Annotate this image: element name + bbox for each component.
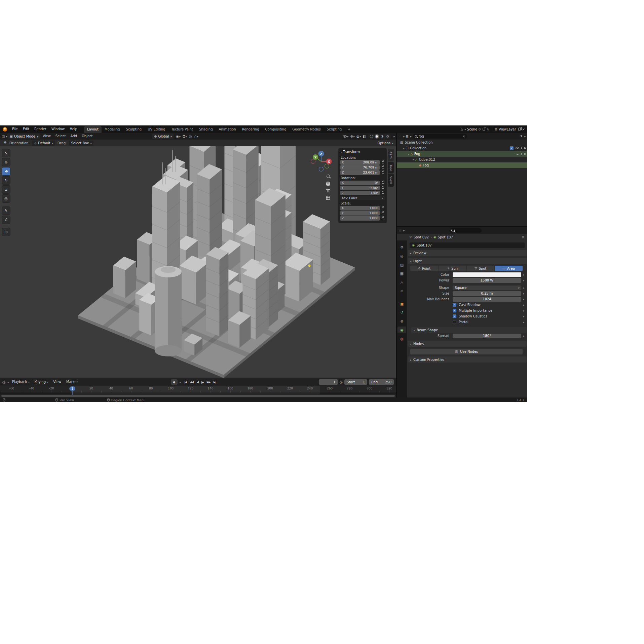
pan-hand-icon[interactable] <box>326 182 330 186</box>
menu-help[interactable]: Help <box>67 126 80 132</box>
hidden-eye-icon[interactable] <box>516 153 519 155</box>
lock-icon[interactable] <box>382 182 384 184</box>
scene-browse-icon[interactable] <box>464 127 466 131</box>
timeline-scrollbar[interactable] <box>1 395 395 397</box>
workspace-tab-rendering[interactable]: Rendering <box>239 126 262 133</box>
overlays-dropdown[interactable]: ◒ <box>356 135 361 138</box>
remove-view-layer-icon[interactable] <box>522 127 525 131</box>
animate-dot[interactable] <box>521 298 526 300</box>
color-swatch[interactable] <box>453 272 521 277</box>
use-nodes-button[interactable]: Use Nodes <box>410 349 523 354</box>
rotation-mode-select[interactable]: XYZ Euler <box>340 196 385 200</box>
shading-solid-icon[interactable]: ● <box>375 134 379 139</box>
size-field[interactable]: 0.25 m <box>453 291 521 296</box>
proportional-edit-icon[interactable]: ◎ <box>189 135 192 138</box>
new-view-layer-icon[interactable] <box>518 128 521 130</box>
shape-select[interactable]: Square <box>453 286 521 290</box>
scene-name[interactable]: Scene <box>467 127 478 131</box>
outliner-row-fog-data[interactable]: Fog <box>397 162 527 168</box>
cast-shadow-checkbox[interactable] <box>453 303 456 307</box>
animate-dot[interactable] <box>521 293 526 295</box>
menu-select[interactable]: Select <box>53 134 68 139</box>
menu-timeline-view[interactable]: View <box>51 379 63 385</box>
use-preview-range-icon[interactable] <box>339 380 343 384</box>
disable-in-render-icon[interactable] <box>521 153 525 155</box>
gizmo-neg-x[interactable] <box>311 159 315 164</box>
spread-field[interactable]: 180° <box>453 334 521 338</box>
shading-wireframe-icon[interactable]: ◯ <box>369 134 374 139</box>
rotation-y-field[interactable]: Y9.84° <box>340 186 380 190</box>
location-y-field[interactable]: Y76.709 m <box>340 165 380 170</box>
select-box-tool[interactable]: ↖ <box>2 149 10 157</box>
light-type-spot[interactable]: Spot <box>467 266 495 271</box>
nodes-panel-header[interactable]: Nodes <box>408 341 527 347</box>
workspace-tab-shading[interactable]: Shading <box>196 126 216 133</box>
animate-dot[interactable] <box>521 321 526 323</box>
tab-material[interactable] <box>397 335 406 342</box>
animate-dot[interactable] <box>521 279 526 281</box>
workspace-tab-texture-paint[interactable]: Texture Paint <box>168 126 196 133</box>
previous-keyframe-button[interactable] <box>190 380 193 384</box>
custom-properties-panel-header[interactable]: Custom Properties <box>408 356 527 363</box>
id-name-field[interactable]: Spot.107 <box>410 242 525 248</box>
scale-z-field[interactable]: Z1.000 <box>340 216 380 221</box>
animate-dot[interactable] <box>521 304 526 306</box>
tab-output[interactable] <box>397 261 406 268</box>
timeline-editor-icon[interactable] <box>2 380 6 384</box>
animate-dot[interactable] <box>521 287 526 289</box>
sidebar-tab-tool[interactable]: Tool <box>388 162 394 173</box>
outliner-options-icon[interactable] <box>524 135 525 138</box>
lock-icon[interactable] <box>382 217 384 219</box>
frame-start-field[interactable]: Start1 <box>344 379 367 385</box>
lock-icon[interactable] <box>382 161 384 163</box>
light-type-area[interactable]: Area <box>495 266 523 271</box>
auto-keying-button[interactable] <box>171 379 178 385</box>
power-field[interactable]: 1500 W <box>453 278 521 283</box>
tab-object-data[interactable] <box>397 327 406 333</box>
multiple-importance-checkbox[interactable] <box>453 309 456 312</box>
disable-in-render-icon[interactable] <box>521 147 525 149</box>
gizmo-neg-z[interactable] <box>319 167 324 172</box>
shading-dropdown[interactable] <box>393 135 394 138</box>
tab-world[interactable] <box>397 288 406 294</box>
add-workspace-button[interactable]: + <box>345 126 353 133</box>
tab-physics[interactable] <box>397 309 406 316</box>
tab-view-layer[interactable] <box>397 270 406 277</box>
menu-render[interactable]: Render <box>32 126 49 132</box>
cursor-tool[interactable]: ⊕ <box>2 158 10 166</box>
current-frame-field[interactable]: 1 <box>319 379 338 385</box>
lock-icon[interactable] <box>382 207 384 209</box>
tab-tool[interactable] <box>397 244 406 251</box>
pin-scene-icon[interactable] <box>479 128 481 130</box>
measure-tool[interactable]: ∠ <box>2 216 10 224</box>
xray-toggle[interactable]: ◧ <box>363 135 366 138</box>
3d-viewport[interactable]: ↖ ⊕ ↻ ⊿ ◎ ✎ ∠ ⊞ Z X Y <box>0 146 396 378</box>
menu-view[interactable]: View <box>41 134 53 139</box>
visibility-dropdown[interactable] <box>343 135 348 138</box>
expand-icon[interactable] <box>403 146 404 150</box>
zoom-icon[interactable] <box>327 175 330 178</box>
menu-object[interactable]: Object <box>80 134 95 139</box>
transform-orientation-select[interactable]: ⊕Global <box>152 134 174 139</box>
collection-checkbox[interactable] <box>510 146 514 150</box>
portal-checkbox[interactable] <box>453 320 456 324</box>
move-tool[interactable] <box>2 167 10 175</box>
snap-magnet-icon[interactable]: Ω <box>183 135 187 138</box>
pivot-point-select[interactable]: ◉ <box>176 135 180 138</box>
lock-icon[interactable] <box>382 187 384 189</box>
transform-tool[interactable]: ◎ <box>2 195 10 202</box>
annotate-tool[interactable]: ✎ <box>2 207 10 215</box>
preview-panel-header[interactable]: Preview <box>408 250 527 256</box>
scale-x-field[interactable]: X1.000 <box>340 206 380 211</box>
menu-playback[interactable]: Playback <box>10 379 31 385</box>
workspace-tab-animation[interactable]: Animation <box>216 126 239 133</box>
next-keyframe-button[interactable] <box>207 380 211 384</box>
rotation-z-field[interactable]: Z180° <box>340 191 380 195</box>
filter-icon[interactable] <box>521 135 522 138</box>
animate-dot[interactable] <box>521 310 526 312</box>
animate-dot[interactable] <box>521 274 526 276</box>
view-layer-name[interactable]: ViewLayer <box>499 127 516 131</box>
perspective-toggle-icon[interactable] <box>326 196 330 200</box>
navigation-gizmo[interactable]: Z X Y <box>308 148 334 175</box>
camera-view-icon[interactable] <box>326 189 330 192</box>
